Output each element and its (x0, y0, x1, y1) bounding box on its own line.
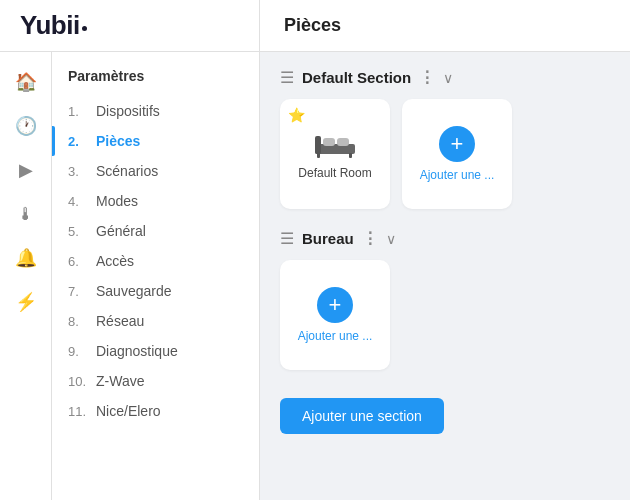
sidebar-item-dispositifs[interactable]: 1. Dispositifs (52, 96, 259, 126)
default-room-label: Default Room (298, 166, 371, 180)
sidebar-item-zwave[interactable]: 10. Z-Wave (52, 366, 259, 396)
bed-icon (311, 128, 359, 160)
add-circle-icon-bureau: + (317, 287, 353, 323)
sidebar-item-niceelero[interactable]: 11. Nice/Elero (52, 396, 259, 426)
sidebar-item-scenarios[interactable]: 3. Scénarios (52, 156, 259, 186)
item-num: 1. (68, 104, 90, 119)
default-section-cards: ⭐ Default Room (280, 99, 610, 209)
sidebar-item-modes[interactable]: 4. Modes (52, 186, 259, 216)
sidebar-item-label: Accès (96, 253, 134, 269)
add-section-button[interactable]: Ajouter une section (280, 398, 444, 434)
svg-rect-1 (315, 136, 321, 154)
item-num: 6. (68, 254, 90, 269)
header: Yubii Pièces (0, 0, 630, 52)
main-layout: 🏠 🕐 ▶ 🌡 🔔 ⚡ Paramètres 1. Dispositifs 2.… (0, 52, 630, 500)
bureau-section: ☰ Bureau ⋮ ∨ + Ajouter une ... (280, 229, 610, 370)
section-menu-icon-bureau: ☰ (280, 229, 294, 248)
sidebar-item-label: Nice/Elero (96, 403, 161, 419)
sidebar-item-reseau[interactable]: 8. Réseau (52, 306, 259, 336)
content-area: ☰ Default Section ⋮ ∨ ⭐ (260, 52, 630, 500)
clock-nav-icon[interactable]: 🕐 (8, 108, 44, 144)
default-section: ☰ Default Section ⋮ ∨ ⭐ (280, 68, 610, 209)
sidebar-item-label: Réseau (96, 313, 144, 329)
sidebar-item-label: Scénarios (96, 163, 158, 179)
add-room-label-bureau: Ajouter une ... (298, 329, 373, 343)
lightning-nav-icon[interactable]: ⚡ (8, 284, 44, 320)
sidebar-item-label: Général (96, 223, 146, 239)
item-num: 3. (68, 164, 90, 179)
section-chevron-icon[interactable]: ∨ (443, 70, 453, 86)
sidebar-item-label: Sauvegarde (96, 283, 172, 299)
item-num: 8. (68, 314, 90, 329)
sidebar-item-general[interactable]: 5. Général (52, 216, 259, 246)
bureau-section-header: ☰ Bureau ⋮ ∨ (280, 229, 610, 248)
item-num: 4. (68, 194, 90, 209)
default-section-title: Default Section (302, 69, 411, 86)
logo-dot (82, 26, 87, 31)
item-num: 5. (68, 224, 90, 239)
page-title: Pièces (260, 15, 365, 36)
home-nav-icon[interactable]: 🏠 (8, 64, 44, 100)
icon-nav: 🏠 🕐 ▶ 🌡 🔔 ⚡ (0, 52, 52, 500)
svg-rect-2 (323, 138, 335, 146)
sidebar: Paramètres 1. Dispositifs 2. Pièces 3. S… (52, 52, 260, 500)
bureau-section-cards: + Ajouter une ... (280, 260, 610, 370)
bell-nav-icon[interactable]: 🔔 (8, 240, 44, 276)
thermometer-nav-icon[interactable]: 🌡 (8, 196, 44, 232)
sidebar-item-pieces[interactable]: 2. Pièces (52, 126, 259, 156)
play-nav-icon[interactable]: ▶ (8, 152, 44, 188)
item-num: 10. (68, 374, 90, 389)
add-room-card-bureau[interactable]: + Ajouter une ... (280, 260, 390, 370)
logo: Yubii (20, 10, 80, 41)
item-num: 9. (68, 344, 90, 359)
sidebar-item-label: Dispositifs (96, 103, 160, 119)
add-circle-icon: + (439, 126, 475, 162)
svg-rect-4 (317, 153, 320, 158)
bureau-chevron-icon[interactable]: ∨ (386, 231, 396, 247)
sidebar-item-diagnostique[interactable]: 9. Diagnostique (52, 336, 259, 366)
bureau-more-button[interactable]: ⋮ (362, 231, 378, 247)
item-num: 11. (68, 404, 90, 419)
sidebar-item-label: Modes (96, 193, 138, 209)
sidebar-item-acces[interactable]: 6. Accès (52, 246, 259, 276)
default-section-header: ☰ Default Section ⋮ ∨ (280, 68, 610, 87)
sidebar-item-sauvegarde[interactable]: 7. Sauvegarde (52, 276, 259, 306)
star-icon: ⭐ (288, 107, 305, 123)
bureau-section-title: Bureau (302, 230, 354, 247)
svg-rect-3 (337, 138, 349, 146)
sidebar-item-label: Pièces (96, 133, 140, 149)
logo-area: Yubii (0, 0, 260, 51)
add-room-label: Ajouter une ... (420, 168, 495, 182)
sidebar-title: Paramètres (52, 68, 259, 96)
item-num: 7. (68, 284, 90, 299)
section-more-button[interactable]: ⋮ (419, 70, 435, 86)
section-menu-icon: ☰ (280, 68, 294, 87)
default-room-card[interactable]: ⭐ Default Room (280, 99, 390, 209)
sidebar-item-label: Z-Wave (96, 373, 144, 389)
add-room-card-default[interactable]: + Ajouter une ... (402, 99, 512, 209)
svg-rect-5 (349, 153, 352, 158)
item-num: 2. (68, 134, 90, 149)
sidebar-item-label: Diagnostique (96, 343, 178, 359)
